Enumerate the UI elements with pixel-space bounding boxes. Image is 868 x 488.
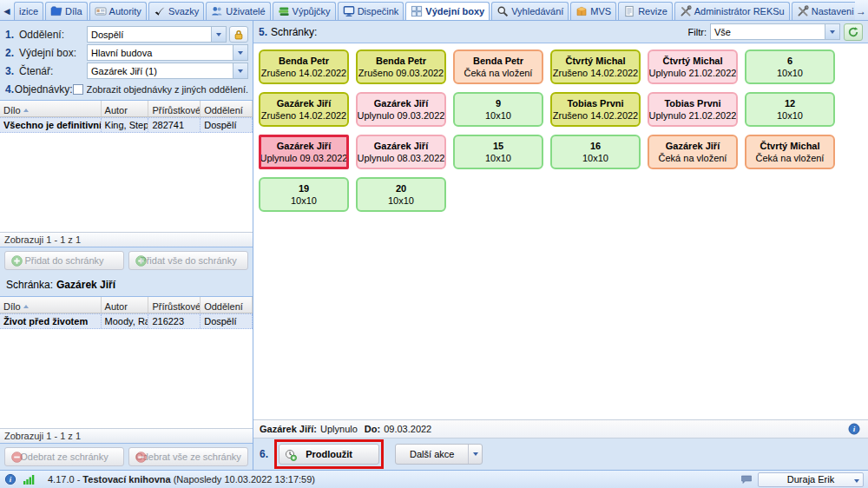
locker-box[interactable]: 2010x10 [356,177,446,212]
objednavky-label: Objednávky: [15,83,73,96]
step-number: 5. [259,26,267,38]
locker-box[interactable]: 1610x10 [550,135,641,169]
plus-circle-icon [135,255,147,267]
tools-icon [680,5,692,17]
chevron-down-icon[interactable] [233,63,247,78]
ctenar-label: Čtenář: [19,65,87,77]
column-header[interactable]: Dílo [0,101,102,116]
add-all-to-basket-button[interactable]: Přidat vše do schránky [128,251,248,270]
remove-all-from-basket-button[interactable]: Odebrat vše ze schránky [128,447,248,466]
table-row[interactable]: Všechno je definitivní : 1...King, Steph… [0,117,253,133]
monitor-icon [343,5,355,17]
prolong-button[interactable]: Prodloužit [279,444,379,465]
tab-label: Svazky [168,6,199,16]
info-icon[interactable]: i [4,473,16,485]
locker-box[interactable]: Čtvrtý MichalZrušeno 14.02.2022 [550,49,641,84]
locker-box-selected[interactable]: Gazárek JiříUplynulo 09.03.2022 [259,135,349,169]
table-row[interactable]: Život před životemMoody, Ray...216223Dos… [0,313,253,329]
detail-date: 09.03.2022 [384,424,431,434]
column-header[interactable]: Autor [102,101,149,116]
locker-line2: 10x10 [582,152,608,164]
locker-box[interactable]: Gazárek JiříUplynulo 08.03.2022 [356,135,446,169]
lockers-title: Schránky: [271,26,317,38]
column-header[interactable]: Oddělení [201,101,253,116]
clock-plus-icon [285,449,297,461]
table-header-row: DíloAutorPřírůstkové ...Oddělení [0,101,253,117]
tab-scroll-left-icon[interactable]: ◄ [1,3,13,20]
locker-box[interactable]: Tobias PrvniZrušeno 14.02.2022 [550,92,641,127]
plus-circle-icon [11,255,23,267]
remove-from-basket-button[interactable]: Odebrat ze schránky [4,447,124,466]
locker-box[interactable]: Čtvrtý MichalČeká na vložení [745,135,835,169]
column-header[interactable]: Přírůstkové ... [148,297,201,313]
minus-circle-icon [11,452,23,463]
users-icon [211,5,223,17]
locker-box[interactable]: Gazárek JiříČeká na vložení [648,135,738,169]
tools-icon [797,5,809,17]
column-header[interactable]: Oddělení [201,297,253,313]
locker-line1: Gazárek Jiří [277,97,331,109]
locker-box[interactable]: Tobias PrvniUplynulo 21.02.2022 [648,92,738,127]
tab-svazky[interactable]: Svazky [148,2,204,20]
more-actions-button[interactable]: Další akce [395,444,483,465]
tab-nastaveni[interactable]: Nastaveni [792,2,855,20]
locker-box[interactable]: Benda PetrČeká na vložení [453,49,543,84]
lock-button[interactable] [229,26,248,43]
tab-revize[interactable]: Revize [618,2,673,20]
table-cell: Život před životem [0,314,102,328]
locker-box[interactable]: Benda PetrZrušeno 09.03.2022 [356,49,446,84]
chevron-down-icon[interactable] [233,45,247,60]
show-other-orders-checkbox[interactable] [73,84,83,95]
vydejni-box-combo[interactable]: Hlavní budova [87,44,248,61]
table-body: Všechno je definitivní : 1...King, Steph… [0,117,253,232]
locker-box[interactable]: 610x10 [745,49,835,84]
column-header[interactable]: Přírůstkové ... [148,101,201,116]
chevron-down-icon[interactable] [825,24,839,39]
tab-vypujcky[interactable]: Výpůjčky [273,2,336,20]
tab-akvizice[interactable]: izice [14,2,43,20]
column-header[interactable]: Autor [102,297,149,313]
column-header[interactable]: Dílo [0,297,102,313]
tab-uzivatele[interactable]: Uživatelé [206,2,270,20]
table-cell: Moody, Ray... [102,314,149,328]
refresh-button[interactable] [844,23,863,41]
ctenar-combo[interactable]: Gazárek Jiří (1) [87,63,248,79]
locker-box[interactable]: Čtvrtý MichalUplynulo 21.02.2022 [648,49,738,84]
locker-line1: Čtvrtý Michal [662,55,722,67]
version-text: 4.17.0 - Testovací knihovna (Naposledy 1… [48,474,315,485]
locker-box[interactable]: 910x10 [453,92,543,127]
tab-dila[interactable]: Díla [45,2,88,20]
chat-bubble-icon[interactable] [740,473,753,485]
form-row-objednavky: 4. Objednávky: Zobrazit objednávky z jin… [5,80,248,98]
tab-administrator-reksu[interactable]: Administrátor REKSu [674,2,790,20]
form-row-oddeleni: 1. Oddělení: Dospělí [5,25,248,43]
tab-label: izice [19,6,38,16]
table-cell: Dospělí [201,314,253,328]
tab-label: Výpůjčky [293,6,331,16]
locker-box[interactable]: Gazárek JiříUplynulo 09.03.2022 [356,92,446,127]
oddeleni-combo[interactable]: Dospělí [87,26,227,43]
tab-vyhledavani[interactable]: Vyhledávání [491,2,569,20]
locker-box[interactable]: Benda PetrZrušeno 14.02.2022 [259,49,349,84]
tab-vydejni-boxy[interactable]: Výdejní boxy [405,2,490,20]
current-user-button[interactable]: Duraja Erik [758,472,864,487]
add-all-to-basket-label: Přidat vše do schránky [140,255,236,266]
tab-mvs[interactable]: MVS [570,2,616,20]
locker-box[interactable]: 1510x10 [453,135,543,169]
locker-box[interactable]: 1910x10 [259,177,349,212]
tab-autority[interactable]: Autority [89,2,147,20]
chevron-down-icon[interactable] [211,27,226,42]
tab-scroll-right-icon[interactable]: → [855,3,867,20]
chevron-down-icon[interactable] [468,445,482,464]
locker-line1: Benda Petr [279,55,329,67]
info-button[interactable]: i [846,422,862,436]
detail-do-label: Do: [365,424,380,434]
basket-title: Schránka: Gazárek Jiří [0,274,253,296]
tab-label: Autority [109,6,141,16]
locker-box[interactable]: Gazárek JiříZrušeno 14.02.2022 [259,92,349,127]
tab-dispecink[interactable]: Dispečink [338,2,404,20]
locker-box[interactable]: 1210x10 [745,92,835,127]
filter-combo[interactable]: Vše [710,23,840,40]
add-to-basket-button[interactable]: Přidat do schránky [4,251,124,270]
minus-circle-icon [135,452,147,463]
